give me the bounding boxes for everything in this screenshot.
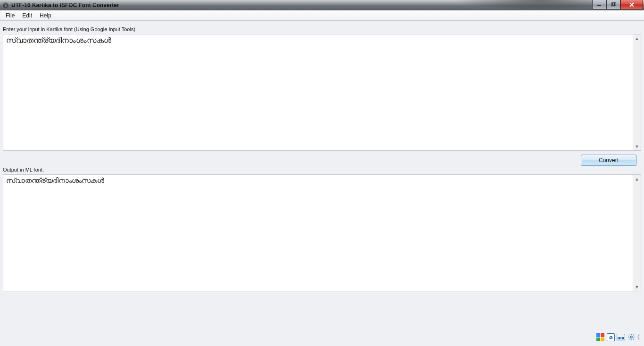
menu-edit[interactable]: Edit [18, 11, 36, 20]
scroll-down-icon: ▼ [633, 283, 641, 291]
input-textbox-container: സ്വാതന്ത്ര്യദിനാംശംസകൾ ▲ ▼ [3, 34, 641, 151]
convert-button[interactable]: Convert [581, 155, 636, 166]
svg-text:a: a [5, 3, 7, 8]
minimize-button[interactable] [592, 0, 606, 9]
menu-help[interactable]: Help [36, 11, 55, 20]
system-tray: മ [595, 332, 641, 342]
scroll-down-icon: ▼ [633, 142, 641, 150]
window-title: UTF-16 Kartika to ISFOC Font Converter [11, 2, 119, 8]
output-textbox-container: സ്വാതന്ത്ര്യദിനാംശംസകൾ ▲ ▼ [3, 174, 641, 291]
svg-rect-3 [611, 3, 614, 6]
app-icon: a [2, 1, 9, 9]
output-textbox[interactable]: സ്വാതന്ത്ര്യദിനാംശംസകൾ [3, 175, 633, 291]
scroll-up-icon: ▲ [633, 175, 641, 183]
svg-rect-4 [612, 2, 616, 5]
menu-bar: File Edit Help [0, 10, 644, 21]
google-input-tools-icon[interactable] [596, 333, 604, 341]
title-bar: a UTF-16 Kartika to ISFOC Font Converter [0, 0, 644, 10]
input-scrollbar[interactable]: ▲ ▼ [633, 34, 641, 150]
input-label: Enter your input in Kartika font (Using … [3, 23, 641, 34]
convert-row: Convert [3, 151, 641, 166]
input-textbox[interactable]: സ്വാതന്ത്ര്യദിനാംശംസകൾ [3, 34, 633, 150]
scroll-up-icon: ▲ [633, 34, 641, 42]
output-label: Output in ML font: [3, 166, 641, 174]
gear-icon[interactable] [627, 333, 636, 341]
maximize-button[interactable] [606, 0, 620, 9]
client-area: Enter your input in Kartika font (Using … [0, 21, 644, 346]
tray-divider-icon [637, 333, 640, 341]
svg-rect-2 [597, 5, 601, 6]
language-badge-icon[interactable]: മ [606, 333, 615, 341]
close-button[interactable] [620, 0, 643, 9]
svg-point-5 [630, 336, 632, 338]
window-controls [592, 0, 643, 9]
menu-file[interactable]: File [2, 11, 18, 20]
output-scrollbar[interactable]: ▲ ▼ [633, 175, 641, 291]
keyboard-icon[interactable] [617, 333, 625, 341]
